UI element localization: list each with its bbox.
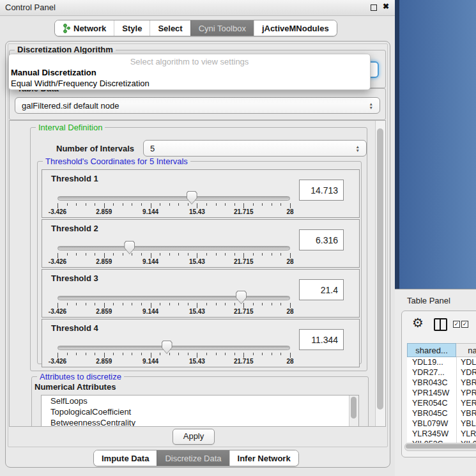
major-tick	[243, 203, 244, 208]
table-horizontal-scrollbar[interactable]	[404, 443, 476, 451]
minor-tick	[206, 253, 207, 256]
number-of-intervals-combobox[interactable]: 5 ▲▼	[143, 140, 367, 157]
checkbox-icon[interactable]: ✓	[461, 321, 468, 328]
table-row[interactable]: YLR345WYLR3	[407, 429, 476, 439]
columns-icon[interactable]	[434, 318, 447, 331]
attribute-list-item[interactable]: BetweennessCentrality	[42, 417, 358, 427]
minor-tick	[272, 203, 272, 206]
threshold-3-slider-thumb[interactable]	[236, 291, 247, 304]
minor-tick	[169, 203, 170, 206]
column-header-name[interactable]: na	[456, 343, 476, 357]
threshold-coordinates-title: Threshold's Coordinates for 5 Intervals	[43, 157, 190, 166]
algorithm-option-manual[interactable]: Manual Discretization	[11, 68, 96, 77]
shared-name-cell[interactable]: YLR345W	[407, 429, 456, 439]
gear-icon[interactable]: ⚙	[412, 315, 424, 330]
name-cell[interactable]: YBR0	[456, 378, 476, 388]
table-row[interactable]: YDR27...YDR2	[407, 367, 476, 378]
minor-tick	[132, 353, 132, 355]
scrollbar-thumb[interactable]	[377, 128, 383, 410]
name-cell[interactable]: YER0	[456, 398, 476, 408]
name-cell[interactable]: YBL0	[456, 418, 476, 429]
table-row[interactable]: YBR045CYBR0	[407, 408, 476, 418]
threshold-3-value-field[interactable]: 21.4	[299, 279, 344, 300]
checkbox-icon[interactable]: ✓	[453, 321, 460, 328]
table-data-combobox[interactable]: galFiltered.sif default node ▲▼	[15, 97, 380, 114]
threshold-4-value-field[interactable]: 11.344	[299, 329, 344, 350]
table-row[interactable]: YBR043CYBR0	[407, 378, 476, 388]
minor-tick	[76, 303, 77, 305]
table-row[interactable]: YPR145WYPR1	[407, 388, 476, 398]
minor-tick	[76, 253, 77, 256]
minor-tick	[272, 353, 272, 355]
settings-vertical-scrollbar[interactable]	[375, 121, 385, 426]
table-row[interactable]: YDL19...YDL1	[407, 357, 476, 367]
control-panel-titlebar: Control Panel ✖	[0, 0, 395, 16]
major-tick	[104, 353, 105, 358]
minor-tick	[206, 303, 207, 305]
threshold-1-slider-track[interactable]	[58, 196, 290, 201]
minor-tick	[253, 353, 254, 355]
minor-tick	[280, 203, 281, 206]
table-panel-title: Table Panel	[407, 296, 450, 305]
attribute-list-item[interactable]: TopologicalCoefficient	[42, 406, 358, 417]
minor-tick	[253, 203, 254, 206]
tab-style[interactable]: Style	[114, 20, 150, 36]
threshold-3-slider-track[interactable]	[58, 296, 290, 300]
name-cell[interactable]: YDL1	[456, 357, 476, 367]
threshold-4-slider-thumb[interactable]	[162, 341, 173, 354]
shared-name-cell[interactable]: YDL19...	[407, 357, 456, 367]
shared-name-cell[interactable]: YDR27...	[407, 367, 456, 378]
shared-name-cell[interactable]: YBR043C	[407, 378, 456, 388]
tab-infer-network[interactable]: Infer Network	[229, 450, 298, 466]
major-tick	[243, 303, 244, 308]
tab-cyni-toolbox[interactable]: Cyni Toolbox	[190, 20, 254, 36]
close-icon[interactable]: ✖	[383, 2, 389, 11]
table-row[interactable]: YER054CYER0	[407, 398, 476, 408]
threshold-2-slider-track[interactable]	[58, 246, 290, 250]
attribute-list-item[interactable]: SelfLoops	[42, 395, 358, 406]
shared-name-cell[interactable]: YBL079W	[407, 418, 456, 429]
tab-impute-data[interactable]: Impute Data	[94, 450, 157, 466]
major-tick	[197, 203, 197, 208]
tick-label: 15.43	[189, 258, 205, 265]
threshold-4-slider-track[interactable]	[58, 346, 290, 350]
attribute-list-scrollbar[interactable]	[349, 395, 358, 427]
slider-tick-labels: -3.4262.8599.14415.4321.71528	[58, 208, 290, 216]
table-row[interactable]: YBL079WYBL0	[407, 418, 476, 429]
column-header-shared-name[interactable]: shared...	[407, 343, 456, 357]
minor-tick	[280, 353, 281, 355]
tab-cyni-toolbox-label: Cyni Toolbox	[199, 24, 246, 33]
name-cell[interactable]: YDR2	[456, 367, 476, 378]
major-tick	[104, 203, 105, 208]
threshold-2-slider-thumb[interactable]	[124, 241, 135, 254]
threshold-1-value-field[interactable]: 14.713	[299, 180, 344, 201]
name-cell[interactable]: YBR0	[456, 408, 476, 418]
scrollbar-thumb[interactable]	[351, 397, 357, 418]
algorithm-option-equal-width[interactable]: Equal Width/Frequency Discretization	[11, 79, 150, 88]
tab-discretize-data[interactable]: Discretize Data	[157, 450, 229, 466]
threshold-2-value-field[interactable]: 6.316	[299, 229, 344, 250]
tab-network[interactable]: Network	[55, 20, 114, 36]
shared-name-cell[interactable]: YBR045C	[407, 408, 456, 418]
minor-tick	[225, 253, 226, 256]
minor-tick	[272, 253, 272, 256]
float-window-icon[interactable]	[371, 4, 377, 11]
tab-jactivemnodules[interactable]: jActiveMNodules	[254, 20, 337, 36]
minor-tick	[160, 253, 160, 256]
shared-name-cell[interactable]: YER054C	[407, 398, 456, 408]
minor-tick	[141, 303, 142, 305]
threshold-1-slider-thumb[interactable]	[187, 191, 197, 204]
attribute-items: SelfLoopsTopologicalCoefficientBetweenne…	[42, 395, 358, 427]
scrollbar-thumb[interactable]	[406, 444, 476, 449]
name-cell[interactable]: YLR3	[456, 429, 476, 439]
name-cell[interactable]: YPR1	[456, 388, 476, 398]
tick-label: 21.715	[234, 208, 254, 215]
apply-button[interactable]: Apply	[173, 429, 215, 445]
tick-label: 28	[286, 258, 293, 265]
minor-tick	[272, 303, 272, 305]
tab-select[interactable]: Select	[150, 20, 190, 36]
shared-name-cell[interactable]: YPR145W	[407, 388, 456, 398]
control-panel-title: Control Panel	[5, 3, 56, 12]
slider-tick-labels: -3.4262.8599.14415.4321.71528	[58, 358, 290, 365]
minor-tick	[132, 253, 132, 256]
